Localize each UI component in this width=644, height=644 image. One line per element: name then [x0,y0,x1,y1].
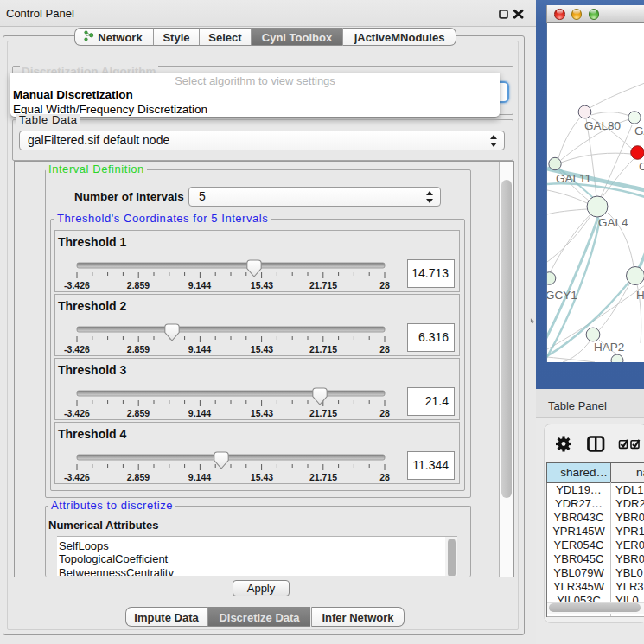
svg-text:HAP2: HAP2 [594,341,624,354]
svg-text:H: H [636,289,644,302]
svg-text:GAL: GAL [634,124,644,137]
svg-text:GCY1: GCY1 [546,289,577,302]
svg-text:GAL80: GAL80 [584,119,621,132]
svg-text:GAL11: GAL11 [556,172,591,185]
svg-text:GAL4: GAL4 [598,216,628,229]
svg-text:C: C [639,160,644,173]
